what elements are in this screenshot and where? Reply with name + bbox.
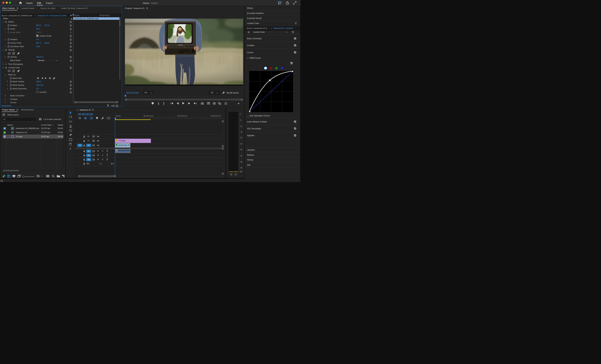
svg-text:CC: CC bbox=[108, 117, 110, 119]
